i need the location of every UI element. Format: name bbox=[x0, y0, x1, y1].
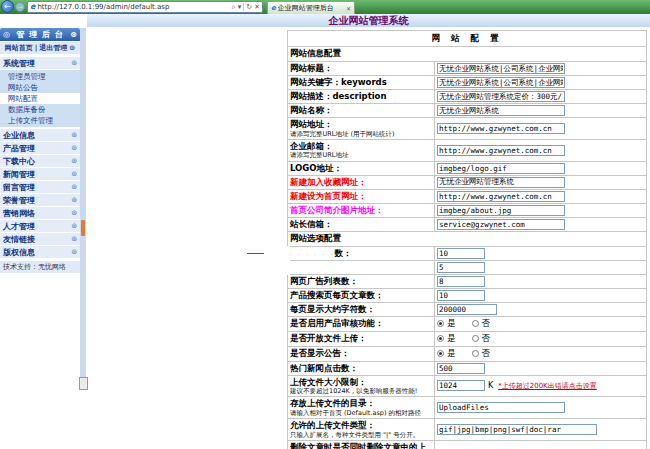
sidebar-footer: 技术支持：无忧网络 bbox=[0, 261, 80, 273]
text-input[interactable] bbox=[437, 63, 565, 74]
sidebar-item[interactable]: 下载中心⊛ bbox=[0, 155, 80, 167]
sidebar-subitem[interactable]: 网站配置 bbox=[0, 93, 80, 104]
field-label-text: 是否显示公告： bbox=[290, 348, 350, 358]
sidebar-subitem[interactable]: 数据库备份 bbox=[0, 104, 80, 115]
url-text[interactable]: http://127.0.0.1:99/admin/default.asp bbox=[37, 3, 229, 11]
sidebar-item[interactable]: 产品管理⊛ bbox=[0, 142, 80, 154]
section-toggle-icon[interactable]: ⊛ bbox=[71, 183, 77, 191]
text-input[interactable] bbox=[437, 105, 565, 116]
collapse-icon[interactable]: ⊗ bbox=[70, 30, 77, 39]
page-title: 企业网站管理系统 bbox=[87, 14, 650, 27]
sidebar-item[interactable]: 友情链接⊛ bbox=[0, 233, 80, 245]
sidebar-item[interactable]: 荣誉管理⊛ bbox=[0, 194, 80, 206]
sidebar-item[interactable]: 人才管理⊛ bbox=[0, 220, 80, 232]
field-label-text: 产品搜索页每页文章数： bbox=[290, 290, 384, 300]
logout-icon[interactable]: ⊙ bbox=[69, 44, 75, 52]
radio-yes[interactable] bbox=[437, 335, 444, 342]
scrollbar-end-box[interactable] bbox=[79, 377, 88, 390]
sidebar-item[interactable]: 营销网络⊛ bbox=[0, 207, 80, 219]
field-label: 网站名称： bbox=[288, 104, 435, 118]
text-input[interactable] bbox=[437, 163, 565, 174]
text-input[interactable] bbox=[437, 145, 565, 156]
section-toggle-icon[interactable]: ⊛ bbox=[71, 235, 77, 243]
logout-link[interactable]: 退出管理 bbox=[39, 43, 67, 53]
field-value bbox=[435, 288, 647, 302]
forward-icon[interactable]: → bbox=[15, 2, 25, 12]
text-input[interactable] bbox=[437, 290, 485, 301]
config-row: 网站选项配置 bbox=[288, 231, 647, 246]
text-input[interactable] bbox=[437, 91, 565, 102]
config-table: 网 站 配 置 网站信息配置网站标题：网站关键字：keywords网站描述：de… bbox=[287, 30, 647, 449]
ie-favicon: e bbox=[30, 3, 35, 11]
field-sublabel: 建议不要超过1024K，以免影响服务器性能! bbox=[290, 387, 432, 395]
text-input[interactable] bbox=[437, 205, 565, 216]
text-input[interactable] bbox=[437, 402, 565, 413]
field-label: 网站地址：请添写完整URL地址 (用于网站统计) bbox=[288, 118, 435, 140]
text-input[interactable] bbox=[437, 424, 597, 435]
field-sublabel: 请输入相对于首页 (Default.asp) 的相对路径 bbox=[290, 409, 432, 417]
section-toggle-icon[interactable]: ⊛ bbox=[71, 248, 77, 256]
tab-close-icon[interactable]: ✕ bbox=[346, 5, 351, 12]
section-toggle-icon[interactable]: ⊛ bbox=[71, 170, 77, 178]
sidebar-item-label: 荣誉管理 bbox=[3, 195, 35, 206]
home-link[interactable]: 网站首页 bbox=[5, 43, 33, 53]
field-value bbox=[435, 217, 647, 231]
text-input[interactable] bbox=[437, 123, 565, 134]
field-label: 是否开放文件上传： bbox=[288, 331, 435, 346]
field-label-text: 每页显示大约字符数： bbox=[290, 304, 375, 314]
sidebar-item-label: 新闻管理 bbox=[3, 169, 35, 180]
radio-yes[interactable] bbox=[437, 320, 444, 327]
text-input[interactable] bbox=[437, 380, 485, 391]
section-toggle-icon[interactable]: ⊛ bbox=[71, 196, 77, 204]
radio-no[interactable] bbox=[472, 335, 479, 342]
radio-no[interactable] bbox=[472, 320, 479, 327]
section-toggle-icon[interactable]: ⊛ bbox=[71, 222, 77, 230]
text-input[interactable] bbox=[437, 177, 565, 188]
radio-no-label: 否 bbox=[482, 333, 491, 343]
text-input[interactable] bbox=[437, 262, 485, 273]
section-toggle-icon[interactable]: ⊛ bbox=[71, 209, 77, 217]
config-table-body: 网 站 配 置 bbox=[288, 31, 647, 47]
sidebar-item[interactable]: 版权信息⊛ bbox=[0, 246, 80, 258]
text-input[interactable] bbox=[437, 276, 485, 287]
search-icon[interactable]: ⌕ bbox=[232, 4, 236, 11]
radio-yes[interactable] bbox=[437, 350, 444, 357]
radio-no[interactable] bbox=[472, 350, 479, 357]
stop-icon[interactable]: ✕ bbox=[254, 4, 260, 11]
text-input[interactable] bbox=[437, 304, 497, 315]
chevron-down-icon[interactable]: ▾ bbox=[238, 4, 242, 11]
browser-tab[interactable]: e 企业网站管理后台 ✕ bbox=[267, 1, 355, 14]
text-input[interactable] bbox=[437, 363, 485, 374]
sidebar-subitem[interactable]: 上传文件管理 bbox=[0, 115, 80, 126]
sidebar-subitem[interactable]: 网站公告 bbox=[0, 82, 80, 93]
sidebar-item[interactable]: 企业信息⊛ bbox=[0, 129, 80, 141]
address-bar[interactable]: e http://127.0.0.1:99/admin/default.asp … bbox=[27, 1, 263, 13]
text-input[interactable] bbox=[437, 219, 565, 230]
splitter-handle[interactable] bbox=[81, 220, 85, 236]
sidebar-splitter[interactable] bbox=[80, 28, 86, 390]
section-toggle-icon[interactable]: ⊛ bbox=[71, 144, 77, 152]
config-row: 上传文件大小限制：建议不要超过1024K，以免影响服务器性能!K*上传超过200… bbox=[288, 375, 647, 397]
sidebar-subitem[interactable]: 管理员管理 bbox=[0, 71, 80, 82]
sidebar-item-label: 企业信息 bbox=[3, 130, 35, 141]
sidebar: ◎ 管 理 后 台 ⊗ 网站首页 | 退出管理 ⊙ 系统管理 ⊛ 管理员管理网站… bbox=[0, 28, 80, 273]
sidebar-item-system[interactable]: 系统管理 ⊛ bbox=[0, 57, 80, 69]
section-header: 网站选项配置 bbox=[288, 231, 647, 246]
text-input[interactable] bbox=[437, 248, 485, 259]
warning-link[interactable]: *上传超过200K出错请点击设置 bbox=[498, 382, 596, 390]
section-toggle-icon[interactable]: ⊛ bbox=[71, 131, 77, 139]
config-row: 产品搜索页每页文章数： bbox=[288, 288, 647, 302]
form-title-row: 网 站 配 置 bbox=[288, 31, 647, 47]
back-icon[interactable]: ← bbox=[1, 0, 14, 13]
text-input[interactable] bbox=[437, 77, 565, 88]
section-toggle-icon[interactable]: ⊛ bbox=[71, 59, 77, 67]
section-toggle-icon[interactable]: ⊛ bbox=[71, 157, 77, 165]
sidebar-header: ◎ 管 理 后 台 ⊗ bbox=[0, 28, 80, 41]
refresh-icon[interactable]: ↻ bbox=[246, 4, 252, 11]
sidebar-item[interactable]: 留言管理⊛ bbox=[0, 181, 80, 193]
field-value bbox=[435, 203, 647, 217]
text-input[interactable] bbox=[437, 191, 565, 202]
screen: ← → e http://127.0.0.1:99/admin/default.… bbox=[0, 0, 650, 449]
sidebar-item[interactable]: 新闻管理⊛ bbox=[0, 168, 80, 180]
field-label: 允许的上传文件类型：只输入扩展名，每种文件类型用 "|" 号分开。 bbox=[288, 419, 435, 441]
